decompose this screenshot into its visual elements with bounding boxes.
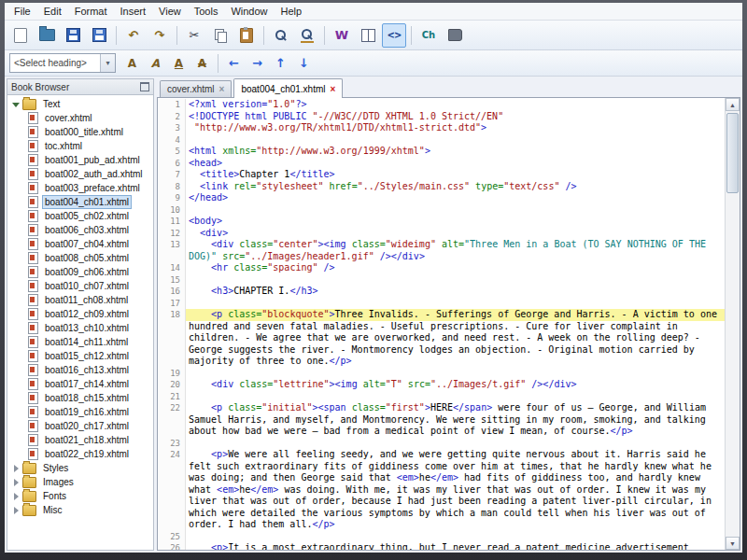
sidebar-item-boat007_ch04.xhtml[interactable]: boat007_ch04.xhtml [7, 237, 153, 251]
menu-window[interactable]: Window [224, 5, 274, 18]
sidebar-item-boat014_ch11.xhtml[interactable]: boat014_ch11.xhtml [7, 335, 153, 349]
code-line[interactable]: 25 [158, 531, 725, 543]
code-line[interactable]: 19 [158, 368, 725, 380]
donate-button[interactable] [443, 23, 467, 48]
paste-button[interactable] [234, 23, 259, 48]
code-line[interactable]: 10 [158, 204, 725, 217]
heading-select[interactable]: <Select heading> ▾ [9, 53, 116, 73]
find-replace-button[interactable] [295, 23, 319, 48]
bold-button[interactable]: A [121, 52, 143, 74]
expander-icon[interactable] [11, 506, 21, 515]
arrow-up-button[interactable]: ↑ [270, 52, 291, 74]
sidebar-item-boat008_ch05.xhtml[interactable]: boat008_ch05.xhtml [7, 251, 153, 265]
code-line[interactable]: 3 "http://www.w3.org/TR/xhtml1/DTD/xhtml… [158, 122, 725, 134]
code-line[interactable]: 13 <div class="center"><img class="widei… [158, 239, 725, 262]
sidebar-folder-misc[interactable]: Misc [7, 503, 153, 517]
scroll-down-icon[interactable]: ▼ [726, 537, 740, 550]
sidebar-item-boat001_pub_ad.xhtml[interactable]: boat001_pub_ad.xhtml [7, 153, 153, 167]
code-line[interactable]: 11<body> [158, 216, 725, 228]
code-line[interactable]: 23 [158, 438, 725, 450]
strikethrough-button[interactable]: A [191, 52, 213, 74]
save-button[interactable] [61, 23, 85, 48]
sidebar-item-boat015_ch12.xhtml[interactable]: boat015_ch12.xhtml [7, 349, 153, 363]
sidebar-folder-styles[interactable]: Styles [7, 461, 153, 475]
book-view-button[interactable]: W [330, 23, 354, 48]
close-icon[interactable]: × [331, 84, 336, 94]
menu-help[interactable]: Help [275, 5, 309, 18]
sidebar-item-boat016_ch13.xhtml[interactable]: boat016_ch13.xhtml [7, 363, 153, 377]
new-file-button[interactable] [8, 23, 33, 48]
special-characters-button[interactable]: Ch [416, 23, 441, 48]
cut-button[interactable]: ✂ [182, 23, 206, 48]
sidebar-item-boat012_ch09.xhtml[interactable]: boat012_ch09.xhtml [7, 307, 153, 321]
sidebar-item-toc.xhtml[interactable]: toc.xhtml [7, 139, 153, 153]
sidebar-folder-images[interactable]: Images [7, 475, 153, 489]
sidebar-folder-fonts[interactable]: Fonts [7, 489, 153, 503]
find-button[interactable] [269, 23, 293, 48]
menu-tools[interactable]: Tools [188, 5, 225, 18]
scrollbar-thumb[interactable] [726, 113, 739, 193]
code-line[interactable]: 22 <p class="initial"><span class="first… [158, 402, 725, 438]
code-line[interactable]: 21 [158, 391, 725, 403]
undock-panel-icon[interactable] [140, 82, 149, 91]
sidebar-item-boat000_title.xhtml[interactable]: boat000_title.xhtml [7, 125, 153, 139]
split-view-button[interactable] [356, 23, 380, 48]
code-line[interactable]: 9</head> [158, 192, 725, 204]
menu-file[interactable]: File [7, 5, 37, 18]
sidebar-folder-text[interactable]: Text [7, 97, 153, 111]
sidebar-item-boat002_auth_ad.xhtml[interactable]: boat002_auth_ad.xhtml [7, 167, 153, 181]
sidebar-item-boat009_ch06.xhtml[interactable]: boat009_ch06.xhtml [7, 265, 153, 279]
expander-icon[interactable] [11, 492, 21, 501]
scroll-up-icon[interactable]: ▲ [726, 98, 740, 111]
code-line[interactable]: 26 <p>It is a most extraordinary thing, … [158, 542, 725, 550]
sidebar-item-boat003_preface.xhtml[interactable]: boat003_preface.xhtml [7, 181, 153, 195]
underline-button[interactable]: A [168, 52, 190, 74]
code-line[interactable]: 12 <div> [158, 228, 725, 240]
expander-icon[interactable] [11, 464, 21, 473]
code-line[interactable]: 4 [158, 134, 725, 147]
redo-button[interactable]: ↷ [148, 23, 172, 48]
tab-cover-xhtml[interactable]: cover.xhtml× [160, 80, 232, 97]
sidebar-item-cover.xhtml[interactable]: cover.xhtml [7, 111, 153, 125]
code-line[interactable]: 20 <div class="lettrine"><img alt="T" sr… [158, 379, 725, 391]
code-line[interactable]: 5<html xmlns="http://www.w3.org/1999/xht… [158, 146, 725, 158]
sidebar-item-boat020_ch17.xhtml[interactable]: boat020_ch17.xhtml [7, 419, 153, 433]
code-line[interactable]: 16 <h3>CHAPTER I.</h3> [158, 286, 725, 298]
code-line[interactable]: 7 <title>Chapter 1</title> [158, 169, 725, 181]
sidebar-item-boat004_ch01.xhtml[interactable]: boat004_ch01.xhtml [7, 195, 153, 209]
menu-format[interactable]: Format [68, 5, 114, 18]
code-line[interactable]: 17 [158, 298, 725, 310]
arrow-down-button[interactable]: ↓ [293, 52, 315, 74]
code-line[interactable]: 14 <hr class="spacing" /> [158, 262, 725, 274]
sidebar-item-boat006_ch03.xhtml[interactable]: boat006_ch03.xhtml [7, 223, 153, 237]
expander-icon[interactable] [11, 478, 21, 487]
sidebar-item-boat019_ch16.xhtml[interactable]: boat019_ch16.xhtml [7, 405, 153, 419]
expander-icon[interactable] [11, 100, 21, 109]
editor-scrollbar[interactable]: ▲ ▼ [725, 98, 740, 550]
menu-insert[interactable]: Insert [114, 5, 153, 18]
code-line[interactable]: 18 <p class="blockquote">Three Invalids.… [158, 309, 725, 321]
code-view-button[interactable]: <> [382, 23, 406, 48]
code-line[interactable]: 24 <p>We were all feeling seedy, and we … [158, 449, 725, 531]
sidebar-item-boat021_ch18.xhtml[interactable]: boat021_ch18.xhtml [7, 433, 153, 447]
sidebar-item-boat011_ch08.xhtml[interactable]: boat011_ch08.xhtml [7, 293, 153, 307]
undo-button[interactable]: ↶ [121, 23, 146, 48]
copy-button[interactable] [208, 23, 233, 48]
save-as-button[interactable] [87, 23, 111, 48]
close-icon[interactable]: × [219, 84, 225, 94]
arrow-left-button[interactable]: ← [223, 52, 245, 74]
sidebar-item-boat018_ch15.xhtml[interactable]: boat018_ch15.xhtml [7, 391, 153, 405]
code-line[interactable]: 1<?xml version="1.0"?> [158, 99, 725, 111]
open-file-button[interactable] [35, 23, 59, 48]
code-line[interactable]: 6<head> [158, 158, 725, 170]
sidebar-item-boat010_ch07.xhtml[interactable]: boat010_ch07.xhtml [7, 279, 153, 293]
code-line[interactable]: 15 [158, 274, 725, 287]
sidebar-item-boat022_ch19.xhtml[interactable]: boat022_ch19.xhtml [7, 447, 153, 461]
code-line[interactable]: hundred and seven fatal maladies. - Usef… [158, 321, 725, 368]
menu-edit[interactable]: Edit [37, 5, 68, 18]
code-line[interactable]: 8 <link rel="stylesheet" href="../Styles… [158, 181, 725, 193]
tab-boat004_ch01-xhtml[interactable]: boat004_ch01.xhtml× [233, 78, 343, 98]
italic-button[interactable]: A [145, 52, 166, 74]
arrow-right-button[interactable]: → [247, 52, 268, 74]
code-line[interactable]: 2<!DOCTYPE html PUBLIC "-//W3C//DTD XHTM… [158, 111, 725, 123]
